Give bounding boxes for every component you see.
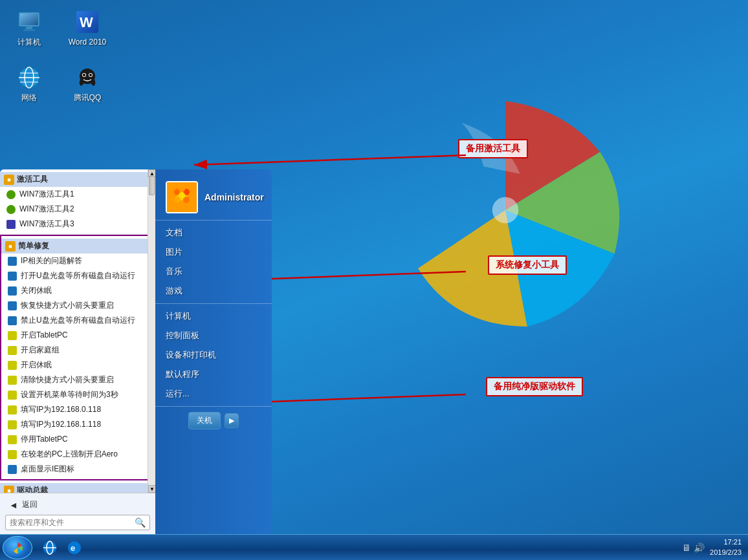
win7-tool1-item[interactable]: WIN7激活工具1 <box>0 187 155 202</box>
ip1-item[interactable]: 填写IP为192.168.0.118 <box>1 402 154 417</box>
start-button[interactable] <box>0 535 35 560</box>
devices-label: 设备和打印机 <box>166 349 216 361</box>
ip1-label: 填写IP为192.168.0.118 <box>21 404 101 415</box>
right-pictures[interactable]: 图片 <box>155 242 272 262</box>
activation-section: ■ 激活工具 WIN7激活工具1 WIN7激活工具2 WIN7激活工具3 <box>0 169 155 235</box>
force-aero-label: 在较老的PC上强制开启Aero <box>21 449 118 460</box>
restore-shortcut-icon <box>8 301 17 310</box>
taskbar-system-icons: 🖥 🔊 <box>682 543 705 553</box>
right-music[interactable]: 音乐 <box>155 262 272 281</box>
taskbar-ie-icon1[interactable] <box>39 537 61 559</box>
menu-scrollbar[interactable]: ▲ ▼ <box>148 169 155 493</box>
taskbar: e 🖥 🔊 17:21 2019/2/23 <box>0 534 748 560</box>
back-button[interactable]: ◄ 返回 <box>5 497 150 512</box>
control-panel-label: 控制面板 <box>166 330 199 341</box>
show-ie-label: 桌面显示IE图标 <box>21 464 74 475</box>
activation-section-header: ■ 激活工具 <box>0 172 155 187</box>
ip2-item[interactable]: 填写IP为192.168.1.118 <box>1 417 154 432</box>
computer-icon-img <box>16 9 42 35</box>
show-ie-item[interactable]: 桌面显示IE图标 <box>1 462 154 477</box>
svg-text:e: e <box>71 543 75 553</box>
force-aero-item[interactable]: 在较老的PC上强制开启Aero <box>1 447 154 462</box>
scrollbar-thumb[interactable] <box>149 176 155 195</box>
enable-sleep-item[interactable]: 开启休眠 <box>1 358 154 372</box>
start-menu-left: ■ 激活工具 WIN7激活工具1 WIN7激活工具2 WIN7激活工具3 <box>0 169 155 534</box>
pictures-label: 图片 <box>166 246 182 258</box>
enable-sleep-label: 开启休眠 <box>21 360 52 371</box>
search-box[interactable]: 🔍 <box>5 515 150 530</box>
disable-tabletpc-label: 停用TabletPC <box>21 434 68 445</box>
qq-desktop-icon[interactable]: 腾讯QQ <box>65 62 110 105</box>
right-games[interactable]: 游戏 <box>155 281 272 301</box>
win7-tool2-icon <box>6 205 16 214</box>
ip1-icon <box>8 405 17 415</box>
taskbar-clock[interactable]: 17:21 2019/2/23 <box>710 537 742 557</box>
show-ie-icon <box>8 465 17 474</box>
disable-usb-item[interactable]: 禁止U盘光盘等所有磁盘自动运行 <box>1 313 154 328</box>
search-input[interactable] <box>10 518 132 527</box>
start-menu: ■ 激活工具 WIN7激活工具1 WIN7激活工具2 WIN7激活工具3 <box>0 169 272 534</box>
scrollbar-down-btn[interactable]: ▼ <box>148 485 155 493</box>
qq-icon-label: 腾讯QQ <box>74 93 102 102</box>
ip-icon <box>8 257 17 266</box>
search-icon: 🔍 <box>135 517 146 528</box>
usb-autorun-label: 打开U盘光盘等所有磁盘自动运行 <box>21 270 135 281</box>
disable-tabletpc-item[interactable]: 停用TabletPC <box>1 432 154 447</box>
annotation-repair: 系统修复小工具 <box>488 255 567 275</box>
right-run[interactable]: 运行... <box>155 384 272 404</box>
activation-header-label: 激活工具 <box>17 174 48 185</box>
clear-shortcut-label: 清除快捷方式小箭头要重启 <box>21 374 114 385</box>
desktop: 计算机 W <box>0 0 748 560</box>
right-documents[interactable]: 文档 <box>155 223 272 242</box>
set-menu-wait-label: 设置开机菜单等待时间为3秒 <box>21 389 118 400</box>
homegroup-icon <box>8 346 17 355</box>
disable-tabletpc-icon <box>8 435 17 444</box>
taskbar-network-icon: 🖥 <box>682 543 691 553</box>
network-desktop-icon[interactable]: 网络 <box>6 62 52 105</box>
right-devices[interactable]: 设备和打印机 <box>155 345 272 365</box>
close-sleep-item[interactable]: 关闭休眠 <box>1 283 154 298</box>
run-label: 运行... <box>166 388 190 400</box>
svg-point-18 <box>89 74 92 76</box>
svg-point-26 <box>179 192 185 199</box>
homegroup-item[interactable]: 开启家庭组 <box>1 343 154 358</box>
win7-tool3-label: WIN7激活工具3 <box>19 219 74 230</box>
enable-tabletpc-label: 开启TabletPC <box>21 330 68 341</box>
word-icon-label: Word 2010 <box>69 38 106 47</box>
documents-label: 文档 <box>166 227 182 239</box>
right-computer[interactable]: 计算机 <box>155 307 272 326</box>
simple-repair-label: 简单修复 <box>18 241 49 252</box>
driver-header: ■ 驱动总裁 <box>0 483 155 493</box>
right-control-panel[interactable]: 控制面板 <box>155 326 272 345</box>
power-arrow-button[interactable]: ▶ <box>225 413 239 428</box>
svg-point-23 <box>179 186 185 192</box>
usb-autorun-item[interactable]: 打开U盘光盘等所有磁盘自动运行 <box>1 268 154 283</box>
word2010-desktop-icon[interactable]: W Word 2010 <box>65 6 110 49</box>
power-button[interactable]: 关机 <box>188 412 221 429</box>
start-orb[interactable] <box>3 536 32 559</box>
disable-usb-label: 禁止U盘光盘等所有磁盘自动运行 <box>21 315 135 326</box>
user-area: Administrator <box>155 175 272 221</box>
clear-shortcut-item[interactable]: 清除快捷方式小箭头要重启 <box>1 372 154 387</box>
activation-header-icon: ■ <box>4 175 14 185</box>
taskbar-ie-icon2[interactable]: e <box>63 537 85 559</box>
win7-tool3-item[interactable]: WIN7激活工具3 <box>0 217 155 232</box>
ip-issue-item[interactable]: IP相关的问题解答 <box>1 253 154 268</box>
right-default-programs[interactable]: 默认程序 <box>155 365 272 384</box>
restore-shortcut-item[interactable]: 恢复快捷方式小箭头要重启 <box>1 298 154 313</box>
set-menu-wait-icon <box>8 391 17 400</box>
start-menu-right: Administrator 文档 图片 音乐 游戏 计算机 控制面板 <box>155 169 272 534</box>
taskbar-sound-icon: 🔊 <box>694 543 705 553</box>
enable-tabletpc-item[interactable]: 开启TabletPC <box>1 328 154 343</box>
set-menu-wait-item[interactable]: 设置开机菜单等待时间为3秒 <box>1 387 154 402</box>
win7-logo <box>360 65 651 356</box>
network-icon-img <box>16 65 42 91</box>
music-label: 音乐 <box>166 266 182 277</box>
force-aero-icon <box>8 450 17 459</box>
enable-tabletpc-icon <box>8 331 17 340</box>
default-programs-label: 默认程序 <box>166 369 199 380</box>
win7-tool2-item[interactable]: WIN7激活工具2 <box>0 202 155 217</box>
computer-desktop-icon[interactable]: 计算机 <box>6 6 52 49</box>
clear-shortcut-icon <box>8 376 17 385</box>
annotation-activation: 备用激活工具 <box>458 139 528 158</box>
